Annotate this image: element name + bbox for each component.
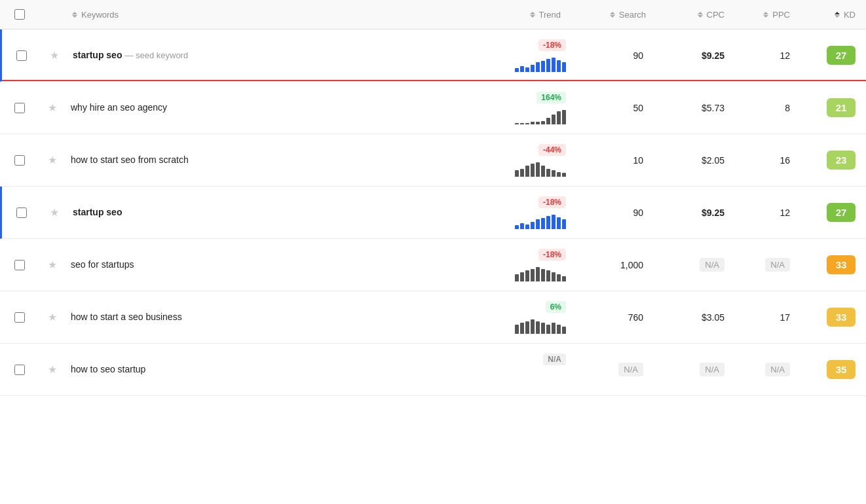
row-checkbox[interactable] [0,155,39,166]
trend-badge: -18% [538,249,566,261]
cpc-value: $9.25 [702,50,725,61]
table-row: ★ why hire an seo agency 164% 50 $5.73 8… [0,82,866,134]
search-cell: 10 [571,155,656,166]
star-icon[interactable]: ★ [39,259,66,271]
ppc-cell: 16 [735,155,800,166]
sort-icon-trend [530,12,535,18]
row-check-input[interactable] [14,103,25,113]
kd-cell: 35 [800,360,866,379]
row-keyword: startup seo [67,206,466,219]
col-header-trend[interactable]: Trend [466,10,571,20]
ppc-cell: 12 [735,50,800,61]
col-kd-label: KD [844,10,856,20]
cpc-na: N/A [700,363,725,376]
row-checkbox[interactable] [0,365,39,375]
star-icon[interactable]: ★ [39,363,66,376]
trend-badge: -44% [538,144,566,156]
col-trend-label: Trend [539,10,561,20]
cpc-value: $3.05 [702,312,725,323]
trend-badge: -18% [538,196,566,208]
ppc-value: 16 [780,155,790,166]
row-checkbox[interactable] [2,207,41,218]
cpc-cell: $5.73 [656,103,735,113]
keyword-text: how to start seo from scratch [71,154,189,165]
trend-cell: 6% [466,301,571,334]
ppc-cell: N/A [735,258,800,272]
kd-badge: 21 [827,98,856,117]
keyword-text: why hire an seo agency [71,102,167,113]
row-checkbox[interactable] [2,50,41,61]
cpc-value: $9.25 [702,207,725,218]
row-check-input[interactable] [14,312,25,323]
kd-cell: 33 [800,255,866,274]
ppc-cell: 8 [735,103,800,113]
col-header-keywords[interactable]: Keywords [66,10,466,20]
keyword-text: how to start a seo business [71,312,182,322]
sort-icon-kd [835,12,840,18]
search-cell: 760 [571,312,656,323]
search-value: 1,000 [620,260,643,270]
ppc-cell: 12 [735,207,800,218]
search-cell: N/A [571,363,656,376]
kd-badge: 35 [827,360,856,379]
row-keyword: how to start seo from scratch [66,154,466,167]
select-all-input[interactable] [14,9,25,20]
keyword-text: startup seo [73,50,122,60]
search-na: N/A [618,363,643,376]
star-icon[interactable]: ★ [41,206,67,219]
trend-cell: 164% [466,92,571,124]
row-keyword: why hire an seo agency [66,101,466,115]
trend-badge: 164% [537,92,566,103]
trend-cell: -18% [466,39,571,72]
table-row: ★ how to start seo from scratch -44% 10 … [0,134,866,187]
col-header-cpc[interactable]: CPC [656,10,735,20]
row-check-input[interactable] [14,260,25,270]
cpc-cell: $9.25 [656,207,735,218]
row-keyword: startup seo — seed keyword [67,49,466,62]
star-icon[interactable]: ★ [39,154,66,166]
table-row: ★ how to start a seo business 6% 760 $3.… [0,291,866,344]
kd-cell: 27 [800,46,866,65]
col-header-kd[interactable]: KD [800,10,866,20]
trend-cell: -18% [466,196,571,229]
mini-bars [515,158,566,177]
search-value: 50 [633,103,643,113]
row-check-input[interactable] [14,365,25,375]
kd-badge: 33 [827,308,856,327]
star-icon[interactable]: ★ [39,101,66,114]
search-cell: 90 [571,207,656,218]
col-header-search[interactable]: Search [571,10,656,20]
col-search-label: Search [619,10,646,20]
mini-bars [515,106,566,124]
cpc-cell: N/A [656,258,735,272]
col-header-ppc[interactable]: PPC [735,10,800,20]
col-keywords-label: Keywords [81,10,119,20]
star-icon[interactable]: ★ [39,311,66,323]
row-checkbox[interactable] [0,312,39,323]
ppc-cell: 17 [735,312,800,323]
kd-badge: 27 [827,46,856,65]
row-check-input[interactable] [16,50,27,61]
search-value: 90 [633,207,643,218]
star-icon[interactable]: ★ [41,49,67,62]
cpc-na: N/A [700,258,725,272]
trend-badge: 6% [546,301,566,313]
row-keyword: how to seo startup [66,363,466,376]
sort-icon-keywords [72,12,77,18]
row-checkbox[interactable] [0,103,39,113]
table-row: ★ seo for startups -18% 1,000 N/A N/A 33 [0,239,866,291]
cpc-cell: $3.05 [656,312,735,323]
col-cpc-label: CPC [707,10,725,20]
row-check-input[interactable] [16,207,27,218]
kd-badge: 33 [827,255,856,274]
ppc-na: N/A [765,258,790,272]
keyword-table: Keywords Trend Search CPC [0,0,866,504]
trend-cell: N/A [466,353,571,386]
select-all-checkbox[interactable] [0,9,39,20]
trend-cell: -18% [466,249,571,281]
kd-badge: 23 [827,151,856,170]
row-check-input[interactable] [14,155,25,166]
row-checkbox[interactable] [0,260,39,270]
mini-bars [515,263,566,281]
cpc-cell: $9.25 [656,50,735,61]
